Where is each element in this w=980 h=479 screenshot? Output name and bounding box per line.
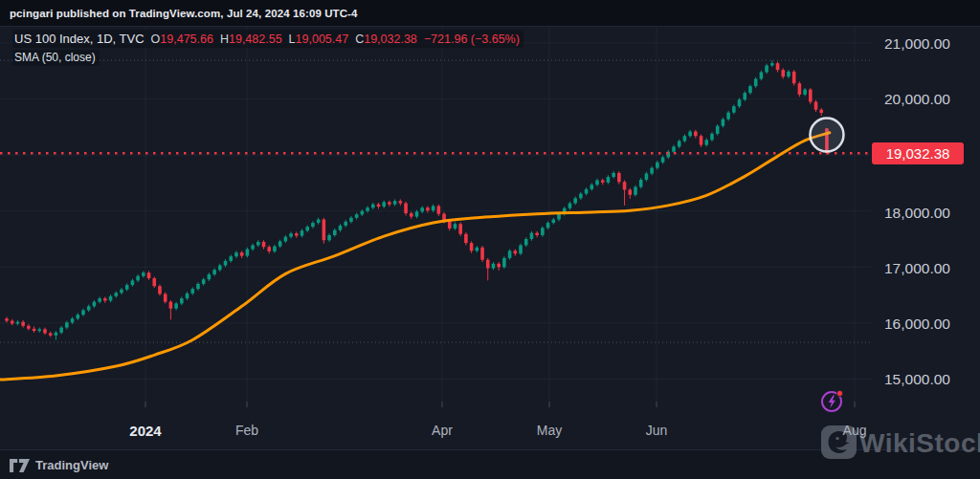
time-scale[interactable]: 2024 Feb Apr May Jun Aug xyxy=(0,402,871,449)
lightning-bolt-icon xyxy=(829,396,836,409)
x-axis-label-year: 2024 xyxy=(129,423,161,439)
x-axis-label-month: Apr xyxy=(432,423,453,438)
chart-legend: US 100 Index, 1D, TVC O19,475.66 H19,482… xyxy=(12,30,523,66)
symbol-title: US 100 Index, 1D, TVC xyxy=(14,32,145,46)
y-axis-label: 20,000.00 xyxy=(884,91,976,108)
y-axis-label: 15,000.00 xyxy=(884,371,976,388)
ohlc-open-value: 19,475.66 xyxy=(160,33,213,46)
ohlc-low-label: L xyxy=(289,33,296,46)
flash-event-icon[interactable] xyxy=(818,387,847,416)
sma-indicator-label: SMA (50, close) xyxy=(14,51,96,64)
price-scale[interactable]: 21,000.00 20,000.00 18,000.00 17,000.00 … xyxy=(871,27,980,402)
notification-dot xyxy=(836,390,842,396)
attribution-bar: pcingari published on TradingView.com, J… xyxy=(0,0,980,27)
ohlc-close-value: 19,032.38 xyxy=(364,33,417,46)
last-price-badge: 19,032.38 xyxy=(872,142,964,164)
tradingview-brand-link[interactable]: TradingView xyxy=(10,458,108,472)
y-axis-label: 21,000.00 xyxy=(884,35,976,53)
tradingview-logo-icon xyxy=(10,459,30,472)
y-axis-label: 17,000.00 xyxy=(884,260,976,277)
last-price-value: 19,032.38 xyxy=(886,145,950,162)
legend-indicator-row[interactable]: SMA (50, close) xyxy=(12,50,100,66)
y-axis-label: 16,000.00 xyxy=(884,316,976,333)
attribution-text: pcingari published on TradingView.com, J… xyxy=(10,8,358,19)
tradingview-chart-snapshot: pcingari published on TradingView.com, J… xyxy=(0,0,980,479)
y-axis-label: 18,000.00 xyxy=(884,205,976,222)
tradingview-brand-text: TradingView xyxy=(35,458,108,472)
x-axis-label-month: Jun xyxy=(646,423,668,438)
watermark-text: WikiStock xyxy=(859,428,980,459)
x-axis-label-month: Aug xyxy=(843,423,867,438)
x-axis-label-month: Feb xyxy=(235,423,258,438)
ohlc-low-value: 19,005.47 xyxy=(296,33,349,46)
ohlc-open-label: O xyxy=(151,33,161,46)
legend-symbol-row[interactable]: US 100 Index, 1D, TVC O19,475.66 H19,482… xyxy=(12,30,523,48)
ohlc-change-value: −721.96 (−3.65%) xyxy=(424,33,520,46)
ohlc-close-label: C xyxy=(355,33,364,46)
ohlc-high-value: 19,482.55 xyxy=(229,33,282,46)
x-axis-label-month: May xyxy=(537,423,562,438)
ohlc-high-label: H xyxy=(220,33,229,46)
